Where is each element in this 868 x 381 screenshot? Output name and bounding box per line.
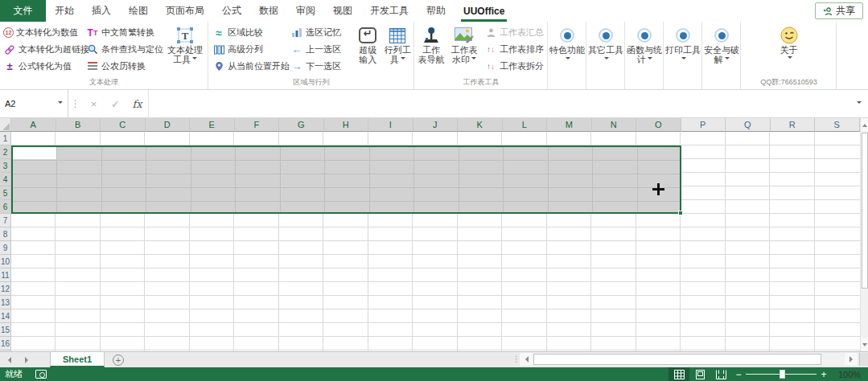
scroll-right-icon[interactable] [845, 353, 858, 366]
button-region-compare[interactable]: 区域比较 [209, 24, 287, 41]
column-header[interactable]: E [190, 118, 235, 132]
accessibility-checker-icon[interactable] [35, 370, 47, 379]
button-functions-statistics[interactable]: 函数与统计 [626, 23, 663, 75]
button-text-tools[interactable]: T 文本处理 工具 [167, 23, 204, 75]
row-header[interactable]: 4 [0, 173, 11, 186]
column-header[interactable]: A [11, 118, 56, 132]
column-header[interactable]: Q [726, 118, 771, 132]
column-header[interactable]: N [592, 118, 637, 132]
row-header[interactable]: 11 [0, 268, 11, 282]
next-sheet-icon[interactable] [18, 352, 35, 367]
tab-help[interactable]: 帮助 [418, 0, 455, 22]
page-break-view-button[interactable] [710, 367, 731, 381]
row-header[interactable]: 2 [0, 145, 11, 159]
scroll-down-icon[interactable] [861, 338, 868, 351]
fill-handle[interactable] [678, 211, 683, 215]
column-header[interactable]: C [101, 118, 146, 132]
button-sheet-summary[interactable]: 工作表汇总 [481, 24, 545, 41]
row-header[interactable]: 5 [0, 186, 11, 200]
row-header[interactable]: 15 [0, 323, 11, 337]
scrollbar-resize-grip[interactable] [859, 353, 868, 366]
row-header[interactable]: 6 [0, 200, 11, 214]
tab-uuoffice[interactable]: UUOffice [455, 0, 513, 22]
share-button[interactable]: 共享 [815, 2, 863, 19]
column-header[interactable]: K [458, 118, 503, 132]
formula-input[interactable] [148, 90, 849, 117]
button-lunar-convert[interactable]: 公农历转换 [83, 58, 167, 75]
column-header[interactable]: B [56, 118, 101, 132]
button-super-input[interactable]: 超级 输入 [354, 23, 381, 75]
tab-insert[interactable]: 插入 [83, 0, 120, 22]
column-header[interactable]: I [368, 118, 413, 132]
cells-area[interactable] [11, 132, 860, 351]
row-header[interactable]: 9 [0, 241, 11, 255]
button-sheet-watermark[interactable]: 工作表 水印 [447, 23, 481, 75]
column-header[interactable]: M [547, 118, 592, 132]
horizontal-scrollbar[interactable] [520, 353, 858, 366]
button-advanced-split[interactable]: 高级分列 [209, 41, 287, 58]
button-start-from-position[interactable]: 从当前位置开始 [209, 58, 287, 75]
row-header[interactable]: 7 [0, 214, 11, 227]
button-conditional-find[interactable]: 条件查找与定位 [83, 41, 167, 58]
button-selection-memory[interactable]: 选区记忆 [287, 24, 354, 41]
column-header[interactable]: H [324, 118, 369, 132]
button-sheet-sort[interactable]: ↑↓ 工作表排序 [481, 41, 545, 58]
button-print-tools[interactable]: 打印工具 [664, 23, 701, 75]
column-header[interactable]: S [815, 118, 860, 132]
button-formula-to-value[interactable]: 公式转化为值 [0, 58, 83, 75]
expand-formula-bar-icon[interactable] [849, 90, 868, 117]
row-header[interactable]: 8 [0, 227, 11, 241]
previous-sheet-icon[interactable] [0, 352, 18, 367]
select-all-corner[interactable] [0, 118, 11, 132]
tab-splitter-handle[interactable]: ⋮ [512, 353, 517, 366]
column-header[interactable]: J [413, 118, 459, 132]
sheet-tab-sheet1[interactable]: Sheet1 [50, 352, 105, 367]
tab-draw[interactable]: 绘图 [120, 0, 157, 22]
column-header[interactable]: L [503, 118, 548, 132]
confirm-icon[interactable]: ✓ [105, 90, 126, 117]
tab-data[interactable]: 数据 [250, 0, 287, 22]
scroll-left-icon[interactable] [520, 353, 533, 366]
zoom-slider-handle[interactable] [780, 370, 785, 379]
column-header[interactable]: D [146, 118, 191, 132]
vertical-scrollbar[interactable] [860, 118, 868, 351]
tab-formulas[interactable]: 公式 [213, 0, 250, 22]
horizontal-scroll-thumb[interactable] [533, 354, 821, 365]
zoom-slider[interactable] [746, 374, 817, 375]
row-header[interactable]: 16 [0, 337, 11, 350]
selection-range[interactable] [11, 145, 681, 214]
cancel-icon[interactable]: × [83, 90, 105, 117]
column-header[interactable]: G [279, 118, 324, 132]
column-header[interactable]: O [636, 118, 681, 132]
page-layout-view-button[interactable] [689, 367, 710, 381]
zoom-out-button[interactable]: − [731, 369, 746, 380]
tab-review[interactable]: 审阅 [287, 0, 324, 22]
tab-page-layout[interactable]: 页面布局 [157, 0, 213, 22]
button-sheet-navigator[interactable]: 工作 表导航 [415, 23, 447, 75]
button-security-crack[interactable]: 安全与破解 [703, 23, 740, 75]
button-sheet-split[interactable]: ↑↓ 工作表拆分 [481, 58, 545, 75]
row-header[interactable]: 13 [0, 296, 11, 309]
column-header[interactable]: F [235, 118, 280, 132]
new-sheet-button[interactable]: + [105, 352, 132, 367]
tab-view[interactable]: 视图 [324, 0, 361, 22]
button-previous-selection[interactable]: 上一选区 [287, 41, 354, 58]
button-next-selection[interactable]: 下一选区 [287, 58, 354, 75]
scroll-up-icon[interactable] [861, 118, 868, 131]
active-cell[interactable] [13, 147, 56, 159]
button-text-to-hyperlink[interactable]: 文本转化为超链接 [0, 41, 83, 58]
row-header[interactable]: 1 [0, 132, 11, 145]
normal-view-button[interactable] [668, 367, 689, 381]
button-other-tools[interactable]: 其它工具 [587, 23, 624, 75]
row-header[interactable]: 14 [0, 309, 11, 323]
zoom-level[interactable]: 100% [831, 370, 868, 379]
column-header[interactable]: R [771, 118, 816, 132]
name-box[interactable]: A2 [0, 90, 68, 117]
insert-function-icon[interactable]: fx [126, 90, 148, 117]
formula-bar-grip[interactable]: ⋮ [68, 90, 83, 117]
tab-developer[interactable]: 开发工具 [361, 0, 418, 22]
button-row-col-tools[interactable]: 行列工 具 [381, 23, 413, 75]
row-header[interactable]: 10 [0, 255, 11, 268]
row-header[interactable]: 12 [0, 282, 11, 296]
vertical-scroll-thumb[interactable] [862, 133, 868, 289]
